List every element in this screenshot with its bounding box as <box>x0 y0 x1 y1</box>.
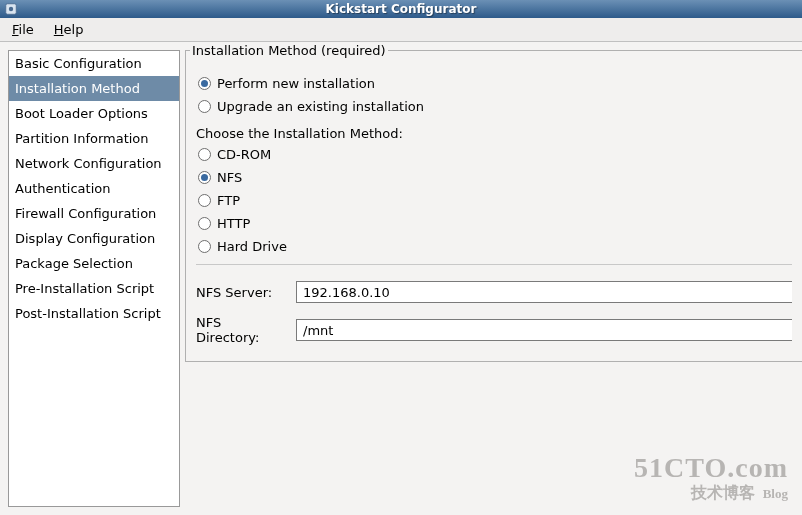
radio-label: Upgrade an existing installation <box>217 99 424 114</box>
radio-icon[interactable] <box>198 240 211 253</box>
sidebar-item-basic-configuration[interactable]: Basic Configuration <box>9 51 179 76</box>
choose-method-label: Choose the Installation Method: <box>196 118 792 143</box>
radio-label: CD-ROM <box>217 147 271 162</box>
radio-label: NFS <box>217 170 242 185</box>
radio-label: FTP <box>217 193 240 208</box>
content-area: Basic ConfigurationInstallation MethodBo… <box>0 42 802 515</box>
sidebar-item-firewall-configuration[interactable]: Firewall Configuration <box>9 201 179 226</box>
sidebar: Basic ConfigurationInstallation MethodBo… <box>8 50 180 507</box>
sidebar-item-authentication[interactable]: Authentication <box>9 176 179 201</box>
watermark-line2b: Blog <box>763 487 788 500</box>
install-type-option[interactable]: Perform new installation <box>196 72 792 95</box>
install-method-option[interactable]: NFS <box>196 166 792 189</box>
radio-icon[interactable] <box>198 171 211 184</box>
radio-icon[interactable] <box>198 148 211 161</box>
nfs-server-input[interactable] <box>296 281 792 303</box>
sidebar-item-boot-loader-options[interactable]: Boot Loader Options <box>9 101 179 126</box>
install-method-option[interactable]: Hard Drive <box>196 235 792 258</box>
menu-help[interactable]: Help <box>48 20 90 39</box>
sidebar-item-installation-method[interactable]: Installation Method <box>9 76 179 101</box>
window-titlebar: Kickstart Configurator <box>0 0 802 18</box>
nfs-server-row: NFS Server: <box>196 275 792 309</box>
radio-label: Hard Drive <box>217 239 287 254</box>
svg-point-1 <box>9 7 13 11</box>
watermark-line2a: 技术博客 <box>691 485 755 501</box>
nfs-directory-label: NFS Directory: <box>196 315 288 345</box>
sidebar-item-pre-installation-script[interactable]: Pre-Installation Script <box>9 276 179 301</box>
nfs-directory-row: NFS Directory: <box>196 309 792 351</box>
group-title: Installation Method (required) <box>190 43 388 58</box>
separator <box>196 264 792 265</box>
app-icon <box>4 2 18 16</box>
sidebar-item-post-installation-script[interactable]: Post-Installation Script <box>9 301 179 326</box>
watermark-line1: 51CTO.com <box>634 454 788 482</box>
main-panel: Installation Method (required) Perform n… <box>185 42 802 515</box>
radio-label: HTTP <box>217 216 250 231</box>
install-method-option[interactable]: CD-ROM <box>196 143 792 166</box>
install-method-option[interactable]: HTTP <box>196 212 792 235</box>
radio-icon[interactable] <box>198 194 211 207</box>
menu-file[interactable]: File <box>6 20 40 39</box>
radio-icon[interactable] <box>198 100 211 113</box>
nfs-server-label: NFS Server: <box>196 285 288 300</box>
installation-method-group: Installation Method (required) Perform n… <box>185 50 802 362</box>
install-method-option[interactable]: FTP <box>196 189 792 212</box>
radio-label: Perform new installation <box>217 76 375 91</box>
sidebar-item-package-selection[interactable]: Package Selection <box>9 251 179 276</box>
sidebar-item-network-configuration[interactable]: Network Configuration <box>9 151 179 176</box>
radio-icon[interactable] <box>198 217 211 230</box>
menubar: File Help <box>0 18 802 42</box>
sidebar-item-partition-information[interactable]: Partition Information <box>9 126 179 151</box>
install-type-option[interactable]: Upgrade an existing installation <box>196 95 792 118</box>
radio-icon[interactable] <box>198 77 211 90</box>
watermark: 51CTO.com 技术博客 Blog <box>634 454 788 501</box>
nfs-directory-input[interactable] <box>296 319 792 341</box>
sidebar-item-display-configuration[interactable]: Display Configuration <box>9 226 179 251</box>
window-title: Kickstart Configurator <box>326 2 477 16</box>
